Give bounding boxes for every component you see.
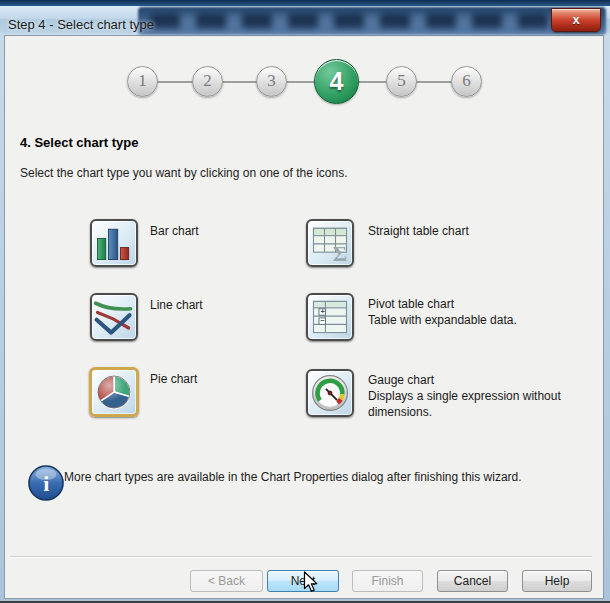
step-5: 5 [386,66,417,97]
instruction-text: Select the chart type you want by clicki… [20,166,348,180]
titlebar[interactable]: Step 4 - Select chart type x [0,6,610,34]
step-2-label: 2 [203,71,212,90]
step-1: 1 [127,66,158,97]
step-4-active: 4 [314,59,359,104]
pivot-table-description: Table with expandable data. [368,312,517,328]
info-icon: i [27,464,65,502]
step-6: 6 [451,66,482,97]
button-separator [10,556,592,558]
step-2: 2 [192,66,223,97]
sigma-glyph: Σ [333,241,347,265]
pie-chart-label[interactable]: Pie chart [150,371,197,387]
line-chart-label[interactable]: Line chart [150,297,203,313]
page-title: 4. Select chart type [20,135,139,150]
next-button[interactable]: Next [267,570,339,592]
gauge-chart-description: Displays a single expression without dim… [368,388,596,420]
close-icon: x [572,12,579,27]
info-text: More chart types are available in the Ch… [64,470,592,484]
close-button[interactable]: x [551,8,601,32]
pivot-table-icon[interactable]: + − [306,293,354,341]
step-6-label: 6 [462,71,471,90]
pie-chart-icon[interactable] [89,367,139,417]
straight-table-icon[interactable]: Σ [306,219,354,267]
finish-button[interactable]: Finish [352,570,423,592]
wizard-dialog: Step 4 - Select chart type x 1 2 3 4 5 6… [0,0,610,603]
step-5-label: 5 [397,71,406,90]
step-3-label: 3 [267,71,276,90]
line-chart-icon[interactable] [90,293,138,341]
plus-glyph: + [320,307,324,316]
gauge-icon[interactable] [306,369,354,417]
redacted-background-title [150,14,590,28]
step-4-label: 4 [330,67,344,95]
pivot-table-label[interactable]: Pivot table chart [368,296,454,312]
window-title: Step 4 - Select chart type [8,12,154,39]
step-1-label: 1 [138,71,147,90]
help-button[interactable]: Help [522,570,592,592]
gauge-chart-label[interactable]: Gauge chart [368,372,434,388]
cancel-button[interactable]: Cancel [437,570,508,592]
minus-glyph: − [320,316,324,325]
straight-table-label[interactable]: Straight table chart [368,223,469,239]
bar-chart-icon[interactable] [90,219,138,267]
bar-chart-label[interactable]: Bar chart [150,223,199,239]
info-glyph: i [43,471,49,496]
back-button[interactable]: < Back [190,570,263,592]
step-3: 3 [256,66,287,97]
